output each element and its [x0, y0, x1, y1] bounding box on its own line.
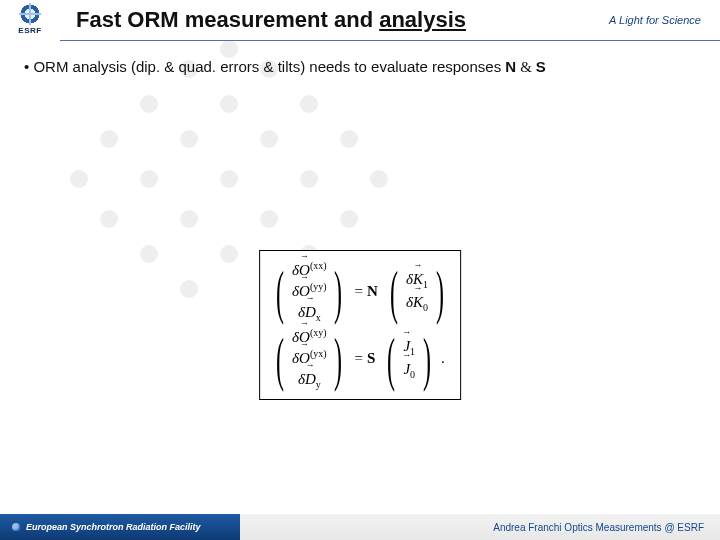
footer-credit: Andrea Franchi Optics Measurements @ ESR… — [493, 522, 720, 533]
footer-dot-icon — [12, 523, 20, 531]
equation-N: ( δO(xx) δO(yy) δDx ) =N ( δK1 δK0 ) — [270, 259, 450, 324]
slide-title: Fast ORM measurement and analysis — [60, 7, 590, 33]
logo-text: ESRF — [18, 26, 41, 35]
equation-box: ( δO(xx) δO(yy) δDx ) =N ( δK1 δK0 ) ( δ… — [259, 250, 461, 400]
header-divider — [60, 40, 720, 41]
bullet-line: • ORM analysis (dip. & quad. errors & ti… — [24, 56, 704, 78]
equation-S: ( δO(xy) δO(yx) δDy ) =S ( J1 J0 ) . — [270, 326, 450, 391]
footer-org: European Synchrotron Radiation Facility — [0, 514, 240, 540]
esrf-logo: ESRF — [0, 0, 60, 40]
tagline: A Light for Science — [590, 14, 720, 26]
footer-org-text: European Synchrotron Radiation Facility — [26, 522, 201, 532]
star-icon — [19, 3, 41, 25]
